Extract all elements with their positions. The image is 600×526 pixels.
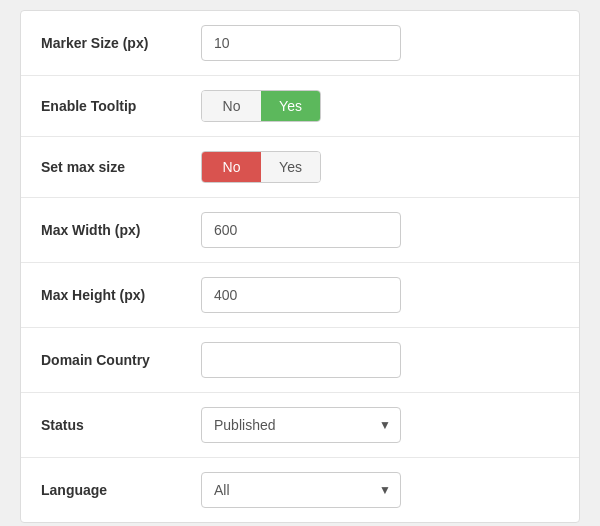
language-control: All English French Spanish ▼ bbox=[201, 472, 559, 508]
marker-size-input[interactable] bbox=[201, 25, 401, 61]
max-height-label: Max Height (px) bbox=[41, 287, 201, 303]
status-row: Status Published Draft Archived ▼ bbox=[21, 393, 579, 458]
enable-tooltip-toggle: No Yes bbox=[201, 90, 321, 122]
status-select[interactable]: Published Draft Archived bbox=[201, 407, 401, 443]
max-height-control bbox=[201, 277, 559, 313]
enable-tooltip-label: Enable Tooltip bbox=[41, 98, 201, 114]
enable-tooltip-row: Enable Tooltip No Yes bbox=[21, 76, 579, 137]
max-width-row: Max Width (px) bbox=[21, 198, 579, 263]
enable-tooltip-no-button[interactable]: No bbox=[202, 91, 261, 121]
language-select-wrapper: All English French Spanish ▼ bbox=[201, 472, 401, 508]
language-select[interactable]: All English French Spanish bbox=[201, 472, 401, 508]
set-max-size-label: Set max size bbox=[41, 159, 201, 175]
domain-country-label: Domain Country bbox=[41, 352, 201, 368]
status-select-wrapper: Published Draft Archived ▼ bbox=[201, 407, 401, 443]
marker-size-row: Marker Size (px) bbox=[21, 11, 579, 76]
domain-country-input[interactable] bbox=[201, 342, 401, 378]
language-label: Language bbox=[41, 482, 201, 498]
enable-tooltip-yes-button[interactable]: Yes bbox=[261, 91, 320, 121]
max-width-input[interactable] bbox=[201, 212, 401, 248]
status-label: Status bbox=[41, 417, 201, 433]
settings-form: Marker Size (px) Enable Tooltip No Yes S… bbox=[20, 10, 580, 523]
marker-size-label: Marker Size (px) bbox=[41, 35, 201, 51]
max-height-input[interactable] bbox=[201, 277, 401, 313]
set-max-size-control: No Yes bbox=[201, 151, 559, 183]
marker-size-control bbox=[201, 25, 559, 61]
max-width-label: Max Width (px) bbox=[41, 222, 201, 238]
set-max-size-row: Set max size No Yes bbox=[21, 137, 579, 198]
max-height-row: Max Height (px) bbox=[21, 263, 579, 328]
set-max-size-toggle: No Yes bbox=[201, 151, 321, 183]
language-row: Language All English French Spanish ▼ bbox=[21, 458, 579, 522]
status-control: Published Draft Archived ▼ bbox=[201, 407, 559, 443]
domain-country-control bbox=[201, 342, 559, 378]
enable-tooltip-control: No Yes bbox=[201, 90, 559, 122]
set-max-size-no-button[interactable]: No bbox=[202, 152, 261, 182]
max-width-control bbox=[201, 212, 559, 248]
domain-country-row: Domain Country bbox=[21, 328, 579, 393]
set-max-size-yes-button[interactable]: Yes bbox=[261, 152, 320, 182]
